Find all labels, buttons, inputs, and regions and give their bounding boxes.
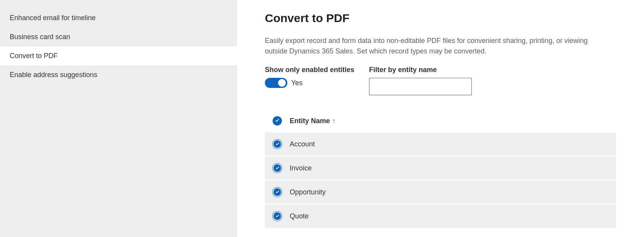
sidebar: Enhanced email for timeline Business car… [0, 0, 237, 237]
entity-name-cell: Invoice [290, 164, 312, 172]
row-checkbox[interactable] [273, 211, 282, 221]
checkmark-icon [275, 190, 280, 195]
filter-label: Filter by entity name [369, 66, 472, 74]
table-header-row: Entity Name ↑ [265, 112, 616, 132]
checkmark-icon [275, 214, 280, 219]
sort-ascending-icon: ↑ [332, 117, 336, 125]
table-row[interactable]: Quote [265, 204, 616, 228]
column-header-text: Entity Name [290, 117, 330, 125]
toggle-label: Show only enabled entities [265, 66, 354, 74]
sidebar-item-enhanced-email[interactable]: Enhanced email for timeline [0, 9, 237, 27]
entity-name-cell: Account [290, 140, 315, 148]
table-row[interactable]: Invoice [265, 156, 616, 180]
toggle-value: Yes [291, 79, 302, 87]
row-checkbox[interactable] [273, 187, 282, 197]
checkmark-icon [275, 142, 280, 147]
table-row[interactable]: Opportunity [265, 180, 616, 204]
entity-table: Entity Name ↑ Account Invoice Opportunit… [265, 112, 616, 228]
row-checkbox[interactable] [273, 139, 282, 149]
sidebar-item-business-card-scan[interactable]: Business card scan [0, 27, 237, 46]
sidebar-item-enable-address-suggestions[interactable]: Enable address suggestions [0, 65, 237, 84]
toggle-row: Yes [265, 78, 354, 88]
checkmark-icon [275, 118, 280, 124]
entity-name-cell: Opportunity [290, 188, 326, 196]
checkmark-icon [275, 166, 280, 171]
filter-input[interactable] [369, 78, 472, 95]
page-description: Easily export record and form data into … [265, 36, 606, 57]
select-all-checkbox[interactable] [273, 116, 282, 125]
controls-row: Show only enabled entities Yes Filter by… [265, 66, 616, 95]
enabled-entities-toggle[interactable] [265, 78, 287, 88]
entity-name-column-header[interactable]: Entity Name ↑ [290, 117, 336, 125]
table-row[interactable]: Account [265, 132, 616, 156]
main-content: Convert to PDF Easily export record and … [237, 0, 644, 237]
page-title: Convert to PDF [265, 12, 616, 25]
row-checkbox[interactable] [273, 163, 282, 173]
entity-name-cell: Quote [290, 212, 309, 220]
sidebar-item-convert-to-pdf[interactable]: Convert to PDF [0, 46, 237, 65]
filter-group: Filter by entity name [369, 66, 472, 95]
toggle-group: Show only enabled entities Yes [265, 66, 354, 95]
